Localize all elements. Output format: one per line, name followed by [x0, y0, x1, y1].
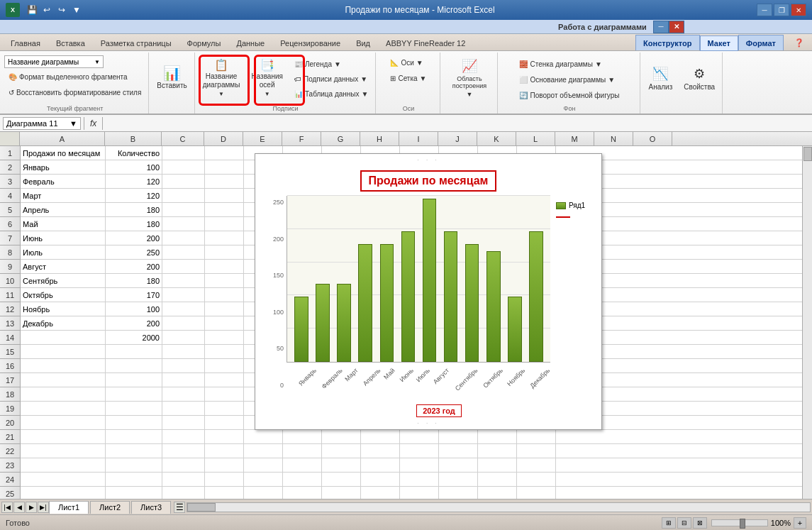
cell-a14[interactable]	[21, 331, 106, 344]
row-header-13[interactable]: 13	[0, 316, 20, 331]
tab-review[interactable]: Рецензирование	[272, 35, 348, 50]
tab-format[interactable]: Формат	[738, 35, 784, 50]
scroll-thumb-v[interactable]	[803, 147, 812, 161]
cell-a5[interactable]: Апрель	[21, 203, 106, 216]
bar-4[interactable]	[380, 244, 394, 362]
col-header-k[interactable]: K	[477, 132, 516, 145]
zoom-slider[interactable]	[711, 519, 768, 526]
sheet-nav-prev[interactable]: ◀	[13, 502, 25, 513]
cell-b1[interactable]: Количество	[106, 146, 162, 160]
row-header-16[interactable]: 16	[0, 359, 20, 373]
cell-b13[interactable]: 200	[106, 316, 162, 330]
col-header-j[interactable]: J	[438, 132, 477, 145]
cell-c2[interactable]	[162, 160, 205, 174]
properties-button[interactable]: ⚙ Свойства	[679, 55, 719, 101]
col-header-d[interactable]: D	[204, 132, 243, 145]
cell-b9[interactable]: 200	[106, 260, 162, 273]
chart-title[interactable]: Продажи по месяцам	[360, 170, 497, 192]
reset-style-button[interactable]: ↺ Восстановить форматирование стиля	[4, 85, 145, 99]
cell-c1[interactable]	[162, 146, 205, 160]
bar-0[interactable]	[294, 297, 308, 362]
data-table-button[interactable]: 📊 Таблица данных ▼	[290, 87, 373, 101]
cell-b11[interactable]: 170	[106, 288, 162, 302]
add-sheet-button[interactable]: ☰	[174, 502, 185, 513]
rotate-button[interactable]: 🔄 Поворот объемной фигуры	[515, 88, 623, 102]
row-header-21[interactable]: 21	[0, 430, 20, 444]
format-selection-button[interactable]: 🎨 Формат выделенного фрагмента	[4, 70, 132, 84]
col-header-b[interactable]: B	[105, 132, 162, 145]
col-header-n[interactable]: N	[594, 132, 633, 145]
name-box[interactable]: Диаграмма 11 ▼	[3, 117, 81, 130]
horizontal-scrollbar[interactable]	[187, 502, 811, 512]
context-minimize[interactable]: ─	[653, 21, 669, 33]
cell-a10[interactable]: Сентябрь	[21, 274, 106, 287]
col-header-h[interactable]: H	[360, 132, 399, 145]
tab-page-layout[interactable]: Разметка страницы	[93, 35, 179, 50]
col-header-m[interactable]: M	[555, 132, 594, 145]
axes-button[interactable]: 📐 Оси ▼	[386, 55, 427, 70]
row-header-15[interactable]: 15	[0, 345, 20, 359]
cell-b14[interactable]: 2000	[106, 331, 162, 344]
legend-button[interactable]: 📰 Легенда ▼	[290, 57, 373, 71]
cell-a3[interactable]: Февраль	[21, 175, 106, 188]
row-header-5[interactable]: 5	[0, 203, 20, 217]
bar-7[interactable]	[444, 231, 458, 362]
cell-b3[interactable]: 120	[106, 175, 162, 188]
bar-8[interactable]	[465, 244, 479, 362]
chart-container[interactable]: · · · Продажи по месяцам 250 200	[255, 153, 602, 430]
sheet-tab-2[interactable]: Лист2	[90, 501, 130, 514]
close-button[interactable]: ✕	[791, 4, 806, 16]
tab-formulas[interactable]: Формулы	[179, 35, 229, 50]
tab-help[interactable]: ❓	[786, 35, 812, 50]
row-header-9[interactable]: 9	[0, 260, 20, 274]
page-break-view-button[interactable]: ⊠	[693, 517, 707, 529]
col-header-c[interactable]: C	[162, 132, 204, 145]
cell-a9[interactable]: Август	[21, 260, 106, 273]
bar-10[interactable]	[508, 297, 522, 362]
row-header-6[interactable]: 6	[0, 217, 20, 231]
grid-button[interactable]: ⊞ Сетка ▼	[386, 71, 430, 85]
bar-11[interactable]	[529, 231, 543, 362]
tab-insert[interactable]: Вставка	[48, 35, 93, 50]
col-header-o[interactable]: O	[633, 132, 672, 145]
col-header-f[interactable]: F	[282, 132, 321, 145]
cell-b7[interactable]: 200	[106, 231, 162, 245]
cell-a13[interactable]: Декабрь	[21, 316, 106, 330]
chart-title-button[interactable]: 📋 Названиедиаграммы ▼	[199, 55, 245, 101]
cell-a12[interactable]: Ноябрь	[21, 302, 106, 316]
row-header-19[interactable]: 19	[0, 402, 20, 416]
context-close[interactable]: ✕	[669, 21, 684, 33]
row-header-11[interactable]: 11	[0, 288, 20, 302]
axis-names-button[interactable]: 📑 Названияосей ▼	[247, 55, 287, 101]
cell-a11[interactable]: Октябрь	[21, 288, 106, 302]
row-header-14[interactable]: 14	[0, 331, 20, 345]
cell-a6[interactable]: Май	[21, 217, 106, 231]
data-labels-button[interactable]: 🏷 Подписи данных ▼	[290, 72, 373, 86]
cell-d1[interactable]	[205, 146, 244, 160]
row-header-12[interactable]: 12	[0, 302, 20, 316]
tab-data[interactable]: Данные	[228, 35, 272, 50]
sheet-nav-next[interactable]: ▶	[26, 502, 37, 513]
quick-access-dropdown[interactable]: ▼	[70, 4, 83, 16]
row-header-8[interactable]: 8	[0, 245, 20, 260]
formula-input[interactable]	[106, 117, 809, 130]
insert-button[interactable]: 📊 Вставить	[152, 55, 191, 101]
cell-b2[interactable]: 100	[106, 160, 162, 174]
cell-b10[interactable]: 180	[106, 274, 162, 287]
cell-a4[interactable]: Март	[21, 189, 106, 202]
plot-area-button[interactable]: 📈 Областьпостроения ▼	[448, 55, 491, 101]
col-header-l[interactable]: L	[516, 132, 555, 145]
col-header-a[interactable]: A	[20, 132, 105, 145]
sheet-nav-last[interactable]: ▶|	[38, 502, 49, 513]
bar-5[interactable]	[401, 231, 416, 362]
row-header-4[interactable]: 4	[0, 189, 20, 203]
undo-button[interactable]: ↩	[40, 4, 53, 16]
tab-abbyy[interactable]: ABBYY FineReader 12	[378, 35, 473, 50]
chart-name-selector[interactable]: Название диаграммы ▼	[4, 55, 104, 68]
redo-button[interactable]: ↪	[55, 4, 68, 16]
tab-layout[interactable]: Макет	[700, 35, 738, 51]
cell-b6[interactable]: 180	[106, 217, 162, 231]
cell-a2[interactable]: Январь	[21, 160, 106, 174]
axis-title[interactable]: 2023 год	[416, 404, 462, 417]
page-layout-view-button[interactable]: ⊟	[677, 517, 691, 529]
